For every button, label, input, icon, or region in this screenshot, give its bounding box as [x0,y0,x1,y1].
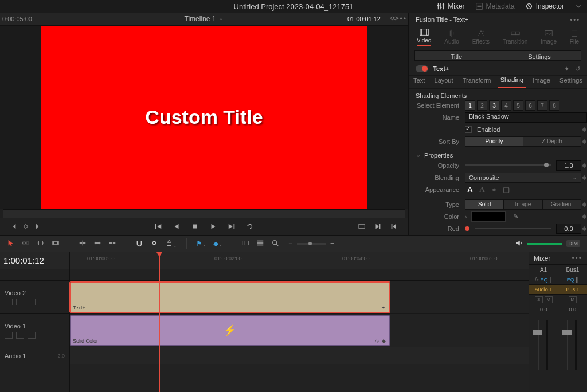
color-keyframe[interactable]: ◆ [581,213,587,220]
timeline-ruler[interactable]: 01:00:00:00 01:00:02:00 01:00:04:00 01:0… [70,252,529,269]
volume-slider[interactable] [527,243,562,245]
proptab-shading[interactable]: Shading [498,76,526,88]
track-view-icon[interactable] [28,299,36,305]
mixer-ch-a1[interactable]: A1 [529,265,558,275]
zoom-out-button[interactable]: − [288,240,292,248]
proptab-transform[interactable]: Transform [460,77,494,87]
element-8[interactable]: 8 [549,100,559,111]
dim-button[interactable]: DIM [566,240,581,247]
loop-button[interactable] [246,222,254,230]
fader-thumb[interactable] [562,330,572,335]
prev-clip-icon[interactable] [390,222,398,230]
opacity-keyframe[interactable]: ◆ [581,162,587,169]
play-reverse-button[interactable] [173,222,181,230]
search-icon[interactable] [271,239,279,249]
flag-icon[interactable]: ⚑⌄ [196,240,206,248]
marker-icon[interactable]: ◆⌄ [213,240,222,248]
blending-select[interactable]: Composite⌄ [465,173,581,183]
opacity-value[interactable]: 1.0 [556,160,581,171]
opacity-slider[interactable] [465,164,551,166]
name-input[interactable]: Black Shadow [465,112,587,123]
index-icon[interactable] [256,239,264,249]
clip-text-plus[interactable]: Text+ ✦ [70,282,390,312]
fader-track[interactable] [538,320,539,370]
reset-icon[interactable]: ↺ [575,65,580,73]
appearance-outline[interactable]: A [477,185,487,195]
zoom-slider[interactable] [297,243,326,245]
appearance-circle[interactable]: ● [489,185,499,195]
viewer-scrubbar[interactable] [3,209,405,218]
sortby-zdepth[interactable]: Z Depth [523,136,581,147]
expand-icon[interactable] [574,2,582,10]
proptab-settings[interactable]: Settings [557,77,585,87]
eyedropper-icon[interactable]: ✎ [513,213,518,220]
mixer-toggle[interactable]: Mixer [437,2,464,10]
selection-tool[interactable] [7,239,15,249]
red-value[interactable]: 0.0 [556,224,581,234]
red-slider[interactable] [475,228,551,229]
metadata-toggle[interactable]: Metadata [475,2,515,10]
viewer-menu-icon[interactable]: ••• [396,15,407,23]
magic-wand-icon[interactable]: ✦ [564,65,569,73]
mixer-ch-bus1[interactable]: Bus1 [558,265,587,275]
plugin-enable-toggle[interactable] [416,65,428,72]
insert-clip-icon[interactable] [79,239,87,249]
mixer-menu-icon[interactable]: ••• [572,254,582,262]
fader-thumb[interactable] [533,330,542,335]
track-view-icon[interactable] [28,332,36,339]
blade-tool[interactable] [22,239,30,249]
mute-button[interactable]: M [569,296,577,303]
type-keyframe[interactable]: ◆ [581,201,587,208]
red-keyframe[interactable]: ◆ [581,225,587,232]
snap-toggle[interactable] [135,239,143,249]
type-solid[interactable]: Solid [465,199,504,210]
viewer-canvas[interactable]: Custom Title [0,26,408,209]
element-7[interactable]: 7 [537,100,547,111]
timeline-tc[interactable]: 1:00:01:12 [0,252,69,269]
enabled-keyframe[interactable]: ◆ [581,126,587,133]
type-image[interactable]: Image [504,199,542,210]
clip-curve-icon[interactable]: ∿ [375,338,379,344]
type-gradient[interactable]: Gradient [543,199,581,210]
enabled-checkbox[interactable] [465,126,472,133]
color-expand-icon[interactable]: › [465,213,467,220]
subtab-title[interactable]: Title [414,50,498,61]
proptab-text[interactable]: Text [411,77,427,87]
color-swatch[interactable] [471,211,506,222]
next-keyframe-icon[interactable] [33,222,41,230]
chevron-down-icon[interactable]: ⌄ [416,151,421,159]
proptab-image[interactable]: Image [530,77,553,87]
clip-kf-icon[interactable]: ◆ [382,338,386,344]
subtab-settings[interactable]: Settings [498,50,581,61]
element-2[interactable]: 2 [477,100,487,111]
match-frame-icon[interactable] [358,222,366,230]
prev-keyframe-icon[interactable] [10,222,18,230]
track-disable-icon[interactable] [16,332,24,339]
element-3[interactable]: 3 [489,100,499,111]
mute-button[interactable]: M [545,296,553,303]
clip-solid-color[interactable]: ⚡ Solid Color ∿◆ [70,315,390,346]
keyframe-dot-icon[interactable] [24,224,28,229]
inspector-menu-icon[interactable]: ••• [570,16,580,23]
appearance-fill[interactable]: A [465,185,475,195]
solo-button[interactable]: S [535,296,543,303]
overwrite-clip-icon[interactable] [93,239,101,249]
tab-video[interactable]: Video [417,28,431,46]
next-clip-icon[interactable] [374,222,382,230]
fader-track[interactable] [567,320,568,370]
clip-fx-icon[interactable]: ✦ [381,305,386,311]
play-button[interactable] [209,222,217,230]
element-4[interactable]: 4 [501,100,511,111]
last-frame-button[interactable] [228,222,236,230]
view-options-icon[interactable] [241,239,249,249]
proptab-layout[interactable]: Layout [432,77,456,87]
stop-button[interactable] [191,222,199,230]
appearance-square[interactable]: ▢ [501,185,511,195]
track-lock-icon[interactable] [5,299,13,305]
timeline-dropdown[interactable]: Timeline 1 [185,15,224,23]
replace-clip-icon[interactable] [108,239,116,249]
element-6[interactable]: 6 [525,100,535,111]
element-5[interactable]: 5 [513,100,523,111]
dynamic-trim-tool[interactable] [52,239,60,249]
first-frame-button[interactable] [154,222,162,230]
